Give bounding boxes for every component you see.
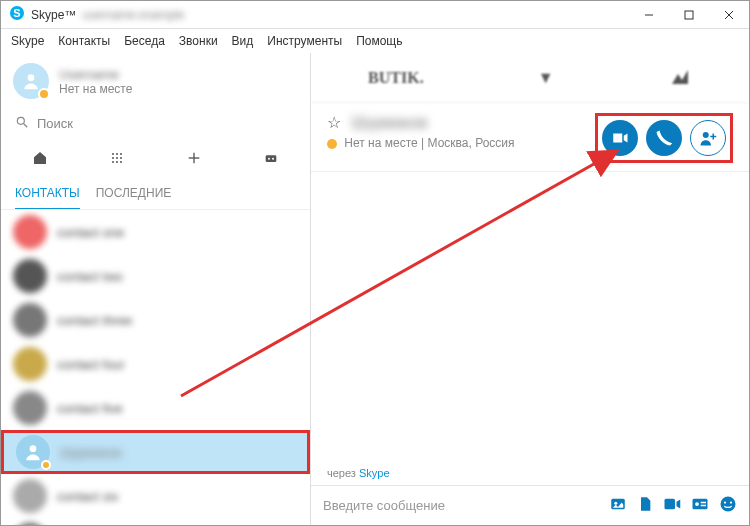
svg-point-28: [614, 501, 617, 504]
search-icon: [15, 115, 29, 132]
contact-item[interactable]: contact five: [1, 386, 310, 430]
banner-icon: [668, 66, 692, 90]
message-input-bar: Введите сообщение: [311, 485, 749, 525]
title-bar: S Skype™ username.example: [1, 1, 749, 29]
menu-view[interactable]: Вид: [232, 34, 254, 48]
svg-point-22: [272, 158, 274, 160]
search-box[interactable]: Поиск: [1, 109, 310, 138]
window-title: Skype™: [31, 8, 76, 22]
svg-rect-33: [701, 504, 706, 506]
chat-contact-name: Шурмаков: [351, 114, 427, 132]
home-button[interactable]: [30, 148, 50, 168]
svg-rect-30: [693, 498, 708, 509]
menu-tools[interactable]: Инструменты: [267, 34, 342, 48]
sidebar: Username Нет на месте Поиск КОНТАКТЫ ПОС…: [1, 53, 311, 525]
video-call-button[interactable]: [602, 120, 638, 156]
emoji-icon[interactable]: [719, 495, 737, 517]
svg-point-13: [116, 157, 118, 159]
chat-header: ☆ Шурмаков Нет на месте | Москва, Россия: [311, 103, 749, 172]
svg-rect-29: [665, 498, 676, 509]
minimize-button[interactable]: [629, 1, 669, 28]
profile-block[interactable]: Username Нет на месте: [1, 53, 310, 109]
dialpad-button[interactable]: [107, 148, 127, 168]
svg-point-14: [120, 157, 122, 159]
new-button[interactable]: [184, 148, 204, 168]
menu-conversation[interactable]: Беседа: [124, 34, 165, 48]
svg-point-7: [17, 117, 24, 124]
add-participant-button[interactable]: [690, 120, 726, 156]
status-away-icon: [327, 139, 337, 149]
svg-point-36: [730, 501, 732, 503]
via-label: через Skype: [327, 467, 390, 479]
svg-point-15: [112, 161, 114, 163]
banner-icon: ▼: [538, 69, 554, 87]
menu-calls[interactable]: Звонки: [179, 34, 218, 48]
svg-point-31: [695, 502, 699, 506]
skype-logo-icon: S: [9, 5, 25, 25]
conversation-panel: BUTIK. ▼ ☆ Шурмаков Нет на месте | Москв…: [311, 53, 749, 525]
svg-point-10: [116, 153, 118, 155]
svg-point-24: [703, 132, 709, 138]
svg-rect-20: [266, 155, 277, 162]
menu-contacts[interactable]: Контакты: [58, 34, 110, 48]
via-skype-link[interactable]: Skype: [359, 467, 390, 479]
contact-item[interactable]: contact six: [1, 474, 310, 518]
contact-card-icon[interactable]: [691, 497, 709, 515]
window-subtitle: username.example: [82, 8, 184, 22]
self-avatar: [13, 63, 49, 99]
message-input[interactable]: Введите сообщение: [323, 498, 599, 513]
self-name: Username: [59, 67, 132, 82]
svg-point-9: [112, 153, 114, 155]
chat-status-line: Нет на месте | Москва, Россия: [327, 136, 595, 150]
sidebar-toolbar: [1, 138, 310, 178]
send-file-icon[interactable]: [637, 495, 653, 517]
maximize-button[interactable]: [669, 1, 709, 28]
video-message-icon[interactable]: [663, 497, 681, 515]
tab-recent[interactable]: ПОСЛЕДНИЕ: [96, 178, 172, 210]
contact-item[interactable]: contact two: [1, 254, 310, 298]
svg-rect-32: [701, 501, 706, 503]
sidebar-tabs: КОНТАКТЫ ПОСЛЕДНИЕ: [1, 178, 310, 210]
banner-brand: BUTIK.: [368, 69, 424, 87]
menu-help[interactable]: Помощь: [356, 34, 402, 48]
contact-item[interactable]: contact four: [1, 342, 310, 386]
svg-rect-3: [685, 11, 693, 19]
svg-point-16: [116, 161, 118, 163]
contact-item-selected[interactable]: Шурмаков: [1, 430, 310, 474]
menu-skype[interactable]: Skype: [11, 34, 44, 48]
tab-contacts[interactable]: КОНТАКТЫ: [15, 178, 80, 210]
contact-list: contact one contact two contact three co…: [1, 209, 310, 525]
svg-point-11: [120, 153, 122, 155]
contact-item[interactable]: contact one: [1, 210, 310, 254]
svg-point-35: [724, 501, 726, 503]
svg-point-17: [120, 161, 122, 163]
bot-button[interactable]: [261, 148, 281, 168]
contact-item[interactable]: contact seven: [1, 518, 310, 525]
search-placeholder: Поиск: [37, 116, 73, 131]
svg-point-12: [112, 157, 114, 159]
menu-bar: Skype Контакты Беседа Звонки Вид Инструм…: [1, 29, 749, 53]
status-away-icon: [41, 460, 51, 470]
svg-point-23: [30, 445, 37, 452]
contact-avatar: [16, 435, 50, 469]
conversation-area: через Skype: [311, 172, 749, 485]
ad-banner[interactable]: BUTIK. ▼: [311, 53, 749, 103]
contact-item[interactable]: contact three: [1, 298, 310, 342]
svg-text:S: S: [13, 7, 20, 19]
voice-call-button[interactable]: [646, 120, 682, 156]
svg-line-8: [24, 124, 28, 128]
svg-point-21: [268, 158, 270, 160]
status-away-icon: [38, 88, 50, 100]
favorite-star-icon[interactable]: ☆: [327, 114, 341, 131]
send-photo-icon[interactable]: [609, 495, 627, 517]
self-status: Нет на месте: [59, 82, 132, 96]
svg-point-34: [721, 496, 736, 511]
call-buttons-group: [595, 113, 733, 163]
svg-point-6: [28, 74, 35, 81]
close-button[interactable]: [709, 1, 749, 28]
